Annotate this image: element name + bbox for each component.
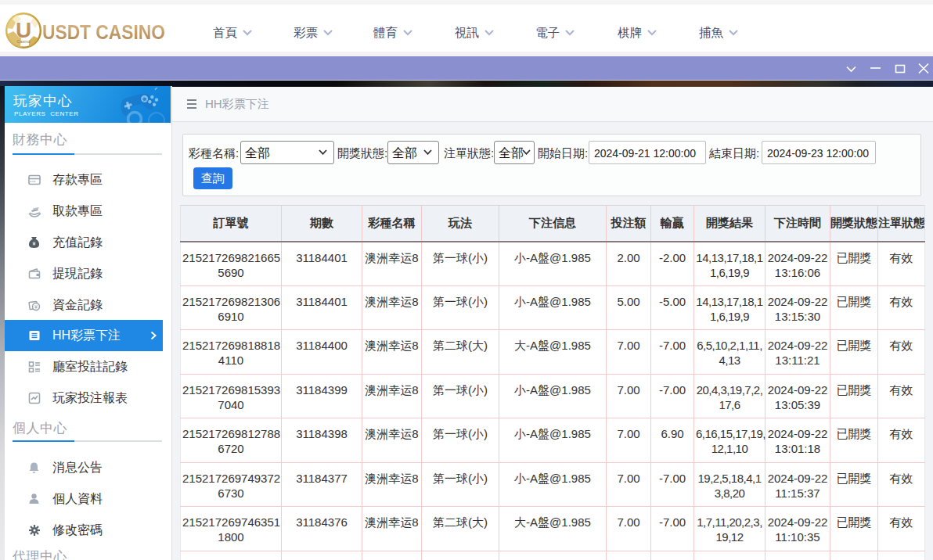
svg-text:¥: ¥ — [34, 304, 38, 310]
svg-text:Casino: Casino — [16, 39, 30, 44]
svg-text:¥: ¥ — [33, 241, 36, 246]
